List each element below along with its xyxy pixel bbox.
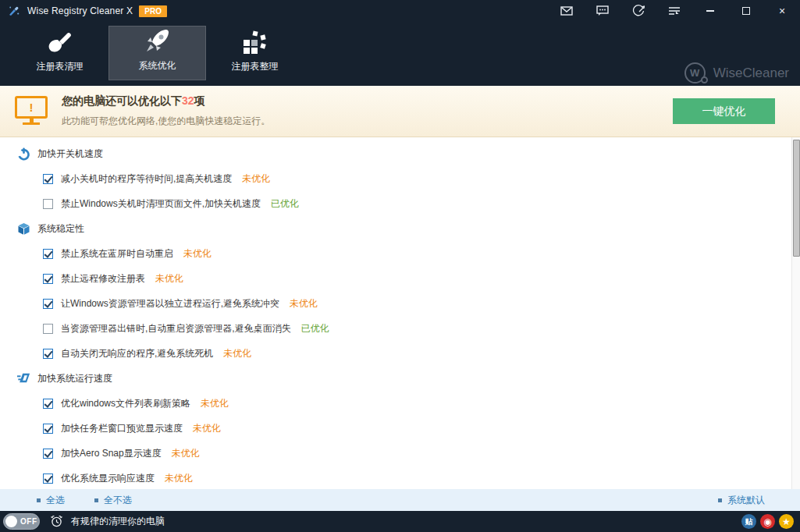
mail-icon[interactable] [549,0,585,22]
status-label: 未优化 [155,272,183,286]
optimization-item[interactable]: 优化系统显示响应速度未优化 [0,466,791,489]
section-header: 加快开关机速度 [0,141,791,166]
optimize-count: 32 [182,94,194,107]
status-label: 未优化 [183,247,212,261]
status-label: 未优化 [165,472,193,485]
item-checkbox[interactable] [43,473,53,484]
item-label: 优化系统显示响应速度 [61,472,155,485]
optimization-item[interactable]: 禁止Windows关机时清理页面文件,加快关机速度已优化 [0,191,791,216]
optimize-banner: ! 您的电脑还可以优化以下32项 此功能可帮您优化网络,使您的电脑快速稳定运行。… [0,86,800,137]
optimization-item[interactable]: 自动关闭无响应的程序,避免系统死机未优化 [0,341,791,366]
tieba-icon[interactable]: 贴 [741,514,756,529]
selection-bar: 全选 全不选 系统默认 [0,489,800,511]
tab-registry-cleaner[interactable]: 注册表清理 [11,26,108,80]
banner-subtitle: 此功能可帮您优化网络,使您的电脑快速稳定运行。 [62,115,270,128]
item-label: 减小关机时的程序等待时间,提高关机速度 [61,172,232,186]
status-label: 未优化 [193,422,221,435]
item-label: 自动关闭无响应的程序,避免系统死机 [61,347,213,360]
tab-registry-defrag[interactable]: 注册表整理 [206,26,304,80]
item-checkbox[interactable] [43,299,53,309]
wisecleaner-logo: W WiseCleaner [684,62,789,83]
item-checkbox[interactable] [43,274,53,284]
tab-label: 注册表整理 [232,60,279,73]
app-logo-icon [8,5,20,17]
section-title: 加快系统运行速度 [37,372,112,385]
optimization-item[interactable]: 优化windows文件列表刷新策略未优化 [0,391,791,416]
system-default-link[interactable]: 系统默认 [718,494,765,507]
section-header: 系统稳定性 [0,216,791,241]
speed-icon [17,372,30,385]
tab-label: 注册表清理 [37,60,84,73]
optimization-list: 加快开关机速度减小关机时的程序等待时间,提高关机速度未优化禁止Windows关机… [0,137,791,489]
status-label: 已优化 [271,197,299,211]
cube-icon [17,222,30,236]
optimization-item[interactable]: 加快任务栏窗口预览显示速度未优化 [0,416,791,441]
item-checkbox[interactable] [43,324,53,334]
item-label: 优化windows文件列表刷新策略 [61,397,190,410]
select-all-link[interactable]: 全选 [37,494,65,507]
qzone-icon[interactable]: ★ [779,514,794,529]
schedule-toggle[interactable]: OFF [3,513,40,530]
item-checkbox[interactable] [43,249,53,259]
vertical-scrollbar[interactable] [791,137,800,489]
bullet-icon [94,498,98,502]
item-label: 加快Aero Snap显示速度 [61,447,162,460]
section-title: 加快开关机速度 [37,147,103,161]
optimization-item[interactable]: 禁止远程修改注册表未优化 [0,266,791,291]
defrag-blocks-icon [242,27,268,55]
optimization-item[interactable]: 让Windows资源管理器以独立进程运行,避免系统冲突未优化 [0,291,791,316]
status-label: 已优化 [301,322,329,335]
banner-title: 您的电脑还可以优化以下32项 [62,94,270,108]
item-checkbox[interactable] [43,174,53,184]
toggle-knob [5,516,17,527]
tab-system-tuneup[interactable]: 系统优化 [108,26,206,80]
item-label: 禁止Windows关机时清理页面文件,加快关机速度 [61,197,261,211]
app-window: Wise Registry Cleaner X PRO × [0,0,800,532]
item-checkbox[interactable] [43,449,53,459]
pro-badge: PRO [139,5,167,17]
status-label: 未优化 [201,397,229,410]
one-click-optimize-button[interactable]: 一键优化 [673,98,775,124]
bullet-icon [718,498,722,502]
social-links: 贴 ◉ ★ [741,514,794,529]
minimize-button[interactable] [692,0,728,22]
window-title: Wise Registry Cleaner X [27,5,133,16]
scrollbar-thumb[interactable] [793,140,800,257]
schedule-message: 有规律的清理你的电脑 [71,515,165,528]
section-title: 系统稳定性 [37,222,84,236]
status-label: 未优化 [172,447,200,460]
item-checkbox[interactable] [43,199,53,209]
wisecleaner-logo-text: WiseCleaner [713,66,789,81]
optimization-item[interactable]: 减小关机时的程序等待时间,提高关机速度未优化 [0,166,791,191]
statusbar: OFF 有规律的清理你的电脑 贴 ◉ ★ [0,511,800,532]
status-label: 未优化 [223,347,251,360]
power-icon [17,147,30,161]
rocket-icon [144,27,172,55]
item-label: 禁止远程修改注册表 [61,272,145,286]
service-icon[interactable] [620,0,656,22]
brush-icon [46,27,74,55]
item-checkbox[interactable] [43,399,53,409]
maximize-button[interactable] [728,0,764,22]
item-label: 当资源管理器出错时,自动重启资源管理器,避免桌面消失 [61,322,291,335]
item-checkbox[interactable] [43,349,53,359]
optimization-item[interactable]: 当资源管理器出错时,自动重启资源管理器,避免桌面消失已优化 [0,316,791,341]
weibo-icon[interactable]: ◉ [760,514,775,529]
warning-monitor-icon: ! [15,96,48,127]
select-none-link[interactable]: 全不选 [94,494,132,507]
titlebar: Wise Registry Cleaner X PRO × [0,0,800,22]
status-label: 未优化 [290,297,318,310]
wisecleaner-logo-icon: W [684,62,706,83]
item-label: 禁止系统在蓝屏时自动重启 [61,247,173,261]
status-label: 未优化 [242,172,270,186]
bullet-icon [37,498,41,502]
item-checkbox[interactable] [43,424,53,434]
feedback-icon[interactable] [585,0,620,22]
close-button[interactable]: × [764,0,800,22]
item-label: 让Windows资源管理器以独立进程运行,避免系统冲突 [61,297,279,310]
tab-label: 系统优化 [139,59,176,73]
menu-icon[interactable] [656,0,692,22]
optimization-item[interactable]: 加快Aero Snap显示速度未优化 [0,441,791,466]
alarm-clock-icon [50,515,63,528]
optimization-item[interactable]: 禁止系统在蓝屏时自动重启未优化 [0,241,791,266]
